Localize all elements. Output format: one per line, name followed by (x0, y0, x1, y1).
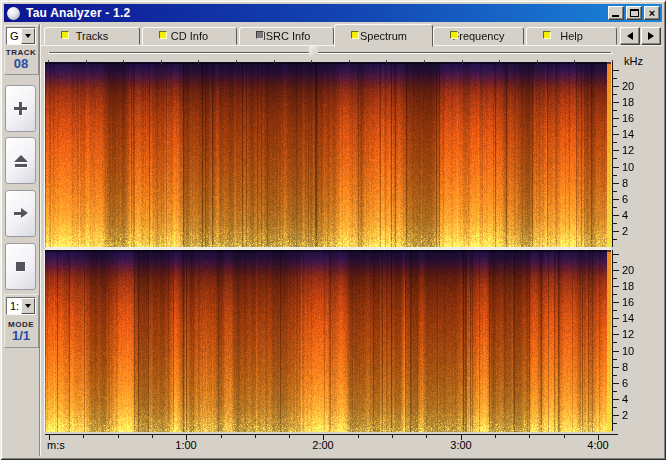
slider-tick (574, 60, 575, 63)
slider-tick (123, 60, 124, 63)
chevron-down-icon (25, 34, 31, 38)
group-select-value: G (7, 28, 21, 44)
freq-tick-label: 20 (622, 80, 634, 92)
slider-tick (274, 60, 275, 63)
freq-tick (613, 310, 617, 311)
chevron-left-icon (627, 32, 633, 40)
freq-tick (613, 318, 619, 319)
time-tick (495, 435, 496, 438)
freq-tick (613, 270, 619, 271)
freq-tick (613, 215, 619, 216)
freq-tick (613, 158, 617, 159)
freq-tick (613, 150, 619, 151)
freq-tick (613, 231, 619, 232)
time-tick (118, 435, 119, 438)
freq-tick (613, 375, 617, 376)
slider-tick (462, 60, 463, 63)
freq-tick (613, 407, 617, 408)
freq-tick (613, 142, 617, 143)
tab-led-icon (159, 31, 167, 39)
freq-tick (613, 239, 617, 240)
tab-isrc-info[interactable]: ISRC Info (239, 27, 334, 45)
freq-tick (613, 102, 619, 103)
freq-tick (613, 223, 617, 224)
tab-label: Help (560, 30, 583, 42)
mode-dropdown-button[interactable] (21, 298, 35, 314)
time-tick (392, 435, 393, 438)
time-tick (152, 435, 153, 438)
tab-led-icon (61, 31, 69, 39)
freq-tick (613, 70, 619, 71)
tab-tracks[interactable]: Tracks (44, 27, 140, 45)
time-tick (564, 435, 565, 438)
app-window: Tau Analyzer - 1.2 × G TRACK 08 1: MODE … (0, 0, 666, 460)
group-dropdown-button[interactable] (21, 28, 35, 44)
time-tick-label: 3:00 (441, 439, 481, 451)
time-tick-major (49, 435, 50, 440)
freq-tick-label: 18 (622, 96, 634, 108)
time-tick (426, 435, 427, 438)
freq-tick-label: 16 (622, 296, 634, 308)
freq-tick (613, 286, 619, 287)
minimize-icon (612, 15, 619, 17)
maximize-button[interactable] (626, 6, 642, 20)
slider-tick (198, 60, 199, 63)
tab-scroll-left-button[interactable] (620, 27, 640, 45)
time-unit-label: m:s (47, 439, 65, 451)
tab-led-icon (351, 31, 359, 39)
freq-tick (613, 399, 619, 400)
slider-tick (48, 60, 49, 63)
slider-tick (537, 60, 538, 63)
freq-tick-label: 4 (622, 209, 628, 221)
next-track-button[interactable] (5, 190, 36, 237)
time-tick (358, 435, 359, 438)
freq-tick (613, 254, 619, 255)
titlebar[interactable]: Tau Analyzer - 1.2 × (4, 4, 662, 22)
tab-led-icon (256, 31, 264, 39)
slider-tick (86, 60, 87, 63)
tab-help[interactable]: Help (526, 27, 617, 45)
tab-led-icon (450, 31, 458, 39)
time-tick (255, 435, 256, 438)
eject-icon (14, 155, 28, 167)
tab-cd-info[interactable]: CD Info (142, 27, 237, 45)
freq-tick-label: 16 (622, 112, 634, 124)
slider-tick (499, 60, 500, 63)
freq-tick-label: 10 (622, 161, 634, 173)
spectrogram-right-channel (45, 250, 611, 432)
stop-button[interactable] (5, 243, 36, 290)
time-tick (529, 435, 530, 438)
tab-frequency[interactable]: Frequency (433, 27, 524, 45)
freq-tick-label: 14 (622, 312, 634, 324)
minimize-button[interactable] (608, 6, 624, 20)
mode-select[interactable]: 1: (6, 297, 36, 315)
stop-icon (16, 262, 25, 271)
position-slider-track[interactable] (48, 52, 612, 54)
freq-tick (613, 118, 619, 119)
slider-tick (236, 60, 237, 63)
freq-tick (613, 262, 617, 263)
tab-scroll-right-button[interactable] (641, 27, 661, 45)
freq-tick-label: 8 (622, 361, 628, 373)
tab-spectrum[interactable]: Spectrum (334, 24, 433, 47)
group-select[interactable]: G (6, 27, 36, 45)
freq-tick (613, 207, 617, 208)
time-tick (221, 435, 222, 438)
eject-button[interactable] (5, 137, 36, 184)
freq-tick (613, 351, 619, 352)
freq-tick (613, 326, 617, 327)
close-button[interactable]: × (644, 6, 660, 20)
add-track-button[interactable] (5, 85, 36, 132)
khz-unit-label: kHz (624, 55, 643, 67)
tab-label: Spectrum (360, 30, 407, 42)
freq-tick (613, 86, 619, 87)
freq-axis-left (612, 62, 613, 247)
time-tick (83, 435, 84, 438)
mode-select-value: 1: (7, 298, 21, 314)
slider-tick (349, 60, 350, 63)
freq-tick (613, 175, 617, 176)
freq-tick (613, 334, 619, 335)
slider-tick (161, 60, 162, 63)
freq-tick-label: 12 (622, 144, 634, 156)
time-tick (289, 435, 290, 438)
